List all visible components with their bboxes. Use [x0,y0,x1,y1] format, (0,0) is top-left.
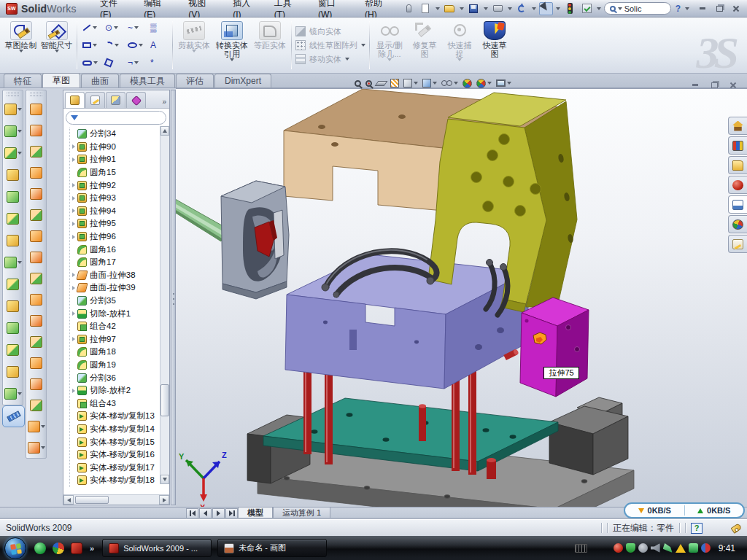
extruded-boss-dropdown[interactable] [18,108,22,111]
extruded-cut-button[interactable] [4,120,22,142]
doc-tab-2[interactable]: 运动算例 1 [273,508,330,519]
move-copy-body-button[interactable] [7,361,19,383]
doc-minimize-button[interactable] [689,80,702,90]
restore-button[interactable] [712,3,727,15]
spline-tool[interactable]: ~ [125,19,147,36]
arc-dropdown[interactable] [115,44,119,47]
view-settings-dropdown[interactable] [507,82,511,85]
linear-pattern-button[interactable] [4,252,22,273]
hide-show-items-button[interactable] [440,77,460,90]
design-library-tab[interactable] [728,136,747,155]
tree-item[interactable]: 分割36 [70,371,159,384]
minimize-button[interactable] [695,3,710,15]
box-select-tool[interactable]: ▒ [147,19,170,36]
convert-dropdown[interactable] [230,58,234,61]
prev-tab-button[interactable] [199,508,212,518]
linear-pattern-dropdown[interactable] [18,261,22,264]
thicken-button[interactable] [30,373,42,394]
tree-item[interactable]: 圆角16 [70,243,159,256]
swept-surface-button[interactable] [30,141,42,162]
circle-tool[interactable]: ⊙ [102,19,125,36]
revolved-surface-button[interactable] [30,120,42,141]
scroll-left-arrow[interactable] [63,495,74,505]
tree-item[interactable]: 实体-移动/复制13 [70,410,159,423]
doc-restore-button[interactable] [708,80,721,90]
messenger-quicklaunch-button[interactable] [33,542,47,555]
view-orientation-button[interactable] [421,77,438,90]
wrap-button[interactable] [7,164,19,186]
zoom-to-area-button[interactable] [364,77,374,90]
fillet-button[interactable] [4,142,22,164]
section-view-button[interactable] [375,77,387,90]
trim-surface-button[interactable] [30,289,42,310]
freeform-button[interactable] [28,416,45,437]
apply-scene-button[interactable] [475,77,493,90]
rib-button[interactable] [7,317,19,339]
print-dropdown[interactable] [508,7,512,10]
search-scope-dropdown[interactable] [618,7,622,10]
media-quicklaunch-button[interactable] [51,542,65,555]
tree-item[interactable]: 切除-放样1 [70,307,159,320]
expand-arrow-icon[interactable] [70,273,77,277]
tree-filter-input[interactable] [66,111,166,125]
tree-horizontal-scrollbar[interactable] [63,494,169,505]
taskbar-window-2[interactable]: 未命名 - 画图 [217,539,327,557]
horizontal-scroll-thumb[interactable] [75,496,109,504]
measure-tool-button-pressed[interactable] [2,405,25,427]
sync-tray-icon[interactable] [701,543,711,553]
pin-toolbar-button[interactable] [402,2,416,15]
expand-arrow-icon[interactable] [70,183,77,187]
toolbar-grip[interactable] [7,93,19,96]
next-tab-button[interactable] [212,508,225,518]
sketch-text-tool[interactable]: A [147,36,170,54]
undo-dropdown[interactable] [532,7,536,10]
slot-dropdown[interactable] [93,61,98,64]
configuration-manager-tab[interactable] [106,92,125,108]
scroll-down-arrow[interactable] [160,475,169,484]
tree-item[interactable]: 实体-移动/复制14 [70,423,159,436]
tree-item[interactable]: 拉伸97 [70,333,159,346]
first-tab-button[interactable] [186,508,198,518]
tree-vertical-scrollbar[interactable] [160,126,169,484]
scroll-right-arrow[interactable] [159,495,169,505]
line-dropdown[interactable] [93,26,97,29]
sketch-fillet-tool[interactable]: ¬ [125,54,147,71]
expand-arrow-icon[interactable] [70,158,77,162]
smart-dimension-button[interactable]: 智能尺寸 [39,19,74,71]
help-dropdown[interactable] [685,7,689,10]
extruded-surface-button[interactable] [30,98,42,120]
tree-item[interactable]: 圆角18 [70,346,159,359]
tab-DimXpert[interactable]: DimXpert [214,74,271,88]
arc-tool[interactable] [102,36,125,54]
select-tool-button[interactable] [539,2,553,15]
tree-item[interactable]: 拉伸95 [70,217,159,230]
spline-dropdown[interactable] [134,26,139,29]
point-tool[interactable]: * [147,54,170,71]
quick-tips-button[interactable]: ? [691,523,703,534]
taskbar-window-1[interactable]: SolidWorks 2009 - ... [102,539,212,557]
tree-item[interactable]: 曲面-拉伸39 [70,281,159,295]
last-tab-button[interactable] [225,508,238,518]
boundary-surface-button[interactable] [30,183,42,204]
display-style-button[interactable] [402,77,419,90]
shield-green-tray-icon[interactable] [626,543,635,553]
circle-dropdown[interactable] [114,26,118,29]
taskbar-clock[interactable]: 9:41 [714,543,740,553]
view-palette-tab[interactable] [728,195,747,214]
update-tray-icon[interactable] [638,543,648,553]
tree-item[interactable]: 圆角19 [70,359,159,372]
freeform-dropdown[interactable] [41,425,45,428]
surface-curve-dropdown[interactable] [41,446,45,449]
rapid-sketch-button[interactable]: 快速草 图 [477,19,512,71]
delete-face-button[interactable] [30,331,42,352]
zoom-to-fit-button[interactable] [353,77,363,90]
tab-曲面[interactable]: 曲面 [81,74,119,88]
extruded-boss-button[interactable] [4,98,22,120]
antivirus-tray-icon[interactable] [614,543,623,553]
tag-icon[interactable] [731,523,743,534]
new-document-button[interactable] [419,2,433,15]
save-dropdown[interactable] [484,7,488,10]
tree-item[interactable]: 组合43 [70,397,159,410]
model-right-rail-block[interactable] [549,397,628,475]
rebuild-button[interactable] [563,2,577,15]
